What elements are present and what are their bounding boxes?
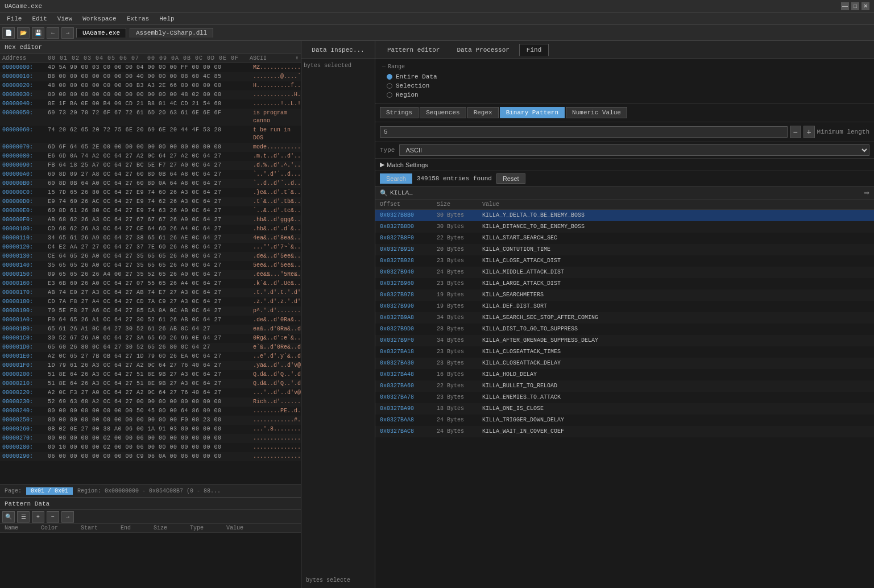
pattern-export-btn[interactable]: →: [61, 511, 74, 523]
table-row[interactable]: 0x0327B9F034 BytesKILLA_AFTER_GRENADE_SU…: [375, 335, 874, 346]
hex-row[interactable]: 00000090:FB 64 18 25 A7 0C 64 27 BC 5E F…: [0, 161, 301, 170]
hex-row[interactable]: 000001F0:1D 79 61 26 A3 0C 64 27 A2 0C 6…: [0, 361, 301, 370]
filter-action-btn[interactable]: ⇒: [864, 189, 869, 197]
table-row[interactable]: 0x0327B8B030 BytesKILLA_Y_DELTA_TO_BE_EN…: [375, 210, 874, 221]
minimize-button[interactable]: —: [841, 2, 849, 10]
menu-workspace[interactable]: Workspace: [78, 14, 121, 23]
hex-row[interactable]: 00000160:E3 6B 60 26 A0 0C 64 27 07 55 6…: [0, 279, 301, 288]
toolbar-open-btn[interactable]: 📂: [17, 27, 30, 39]
hex-row[interactable]: 00000060:74 20 62 65 20 72 75 6E 20 69 6…: [0, 126, 301, 143]
hex-row[interactable]: 00000120:C4 E2 AA 27 27 0C 64 27 37 7E 6…: [0, 243, 301, 252]
table-row[interactable]: 0x0327BAC824 BytesKILLA_WAIT_IN_COVER_CO…: [375, 426, 874, 437]
radio-region[interactable]: Region: [387, 92, 867, 98]
hex-row[interactable]: 00000230:52 69 63 68 A2 0C 64 27 00 00 0…: [0, 397, 301, 407]
table-row[interactable]: 0x0327B96023 BytesKILLA_LARGE_ATTACK_DIS…: [375, 278, 874, 289]
hex-row[interactable]: 000000A0:60 8D 09 27 A8 0C 64 27 60 8D 0…: [0, 170, 301, 179]
hex-row[interactable]: 000000B0:60 8D 0B 64 A0 0C 64 27 60 8D 0…: [0, 179, 301, 188]
hex-row[interactable]: 00000270:00 00 00 00 00 02 00 00 06 00 0…: [0, 434, 301, 443]
filter-input[interactable]: [390, 189, 861, 196]
hex-row[interactable]: 00000110:34 65 61 26 A9 0C 64 27 38 65 6…: [0, 234, 301, 243]
hex-rows[interactable]: 00000000:4D 5A 90 00 03 00 00 00 04 00 0…: [0, 63, 301, 485]
hex-row[interactable]: 000001C0:30 52 67 26 A0 0C 64 27 3A 65 6…: [0, 334, 301, 343]
search-tab-regex[interactable]: Regex: [467, 107, 499, 118]
table-row[interactable]: 0x0327BA9018 BytesKILLA_ONE_IS_CLOSE: [375, 403, 874, 415]
table-row[interactable]: 0x0327B91020 BytesKILLA_CONTUTION_TIME: [375, 244, 874, 255]
hex-row[interactable]: 00000130:CE 64 65 26 A0 0C 64 27 35 65 6…: [0, 252, 301, 261]
table-row[interactable]: 0x0327B99019 BytesKILLA_DEF_DIST_SORT: [375, 301, 874, 312]
table-row[interactable]: 0x0327BA7823 BytesKILLA_ENEMIES_TO_ATTAC…: [375, 392, 874, 403]
search-tab-sequences[interactable]: Sequences: [420, 107, 466, 118]
table-row[interactable]: 0x0327B9A834 BytesKILLA_SEARCH_SEC_STOP_…: [375, 312, 874, 324]
hex-row[interactable]: 00000240:00 00 00 00 00 00 00 00 50 45 0…: [0, 407, 301, 416]
hex-row[interactable]: 00000190:70 5E F8 27 A6 0C 64 27 85 CA 0…: [0, 307, 301, 316]
hex-row[interactable]: 00000080:E6 6D 0A 74 A2 0C 64 27 A2 0C 6…: [0, 152, 301, 161]
menu-help[interactable]: Help: [155, 14, 179, 23]
hex-row[interactable]: 00000260:0B 02 0E 27 00 38 A0 06 00 1A 9…: [0, 425, 301, 434]
close-button[interactable]: ✕: [861, 2, 869, 10]
pattern-del-btn[interactable]: −: [47, 511, 59, 523]
hex-row[interactable]: 00000200:51 8E 64 26 A3 0C 64 27 51 8E 9…: [0, 370, 301, 379]
hex-row[interactable]: 000001A0:F9 64 65 26 A1 0C 64 27 30 52 6…: [0, 316, 301, 325]
reset-button[interactable]: Reset: [496, 173, 525, 184]
maximize-button[interactable]: □: [851, 2, 859, 10]
toolbar-back-btn[interactable]: ←: [47, 27, 59, 39]
radio-entire-data[interactable]: Entire Data: [387, 73, 867, 80]
pattern-list-btn[interactable]: ☰: [17, 511, 30, 523]
menu-file[interactable]: File: [2, 14, 26, 23]
menu-edit[interactable]: Edit: [27, 14, 51, 23]
hex-row[interactable]: 00000100:CD 68 62 26 A3 0C 64 27 CE 64 6…: [0, 225, 301, 234]
toolbar-tab-assembly[interactable]: Assembly-CSharp.dll: [130, 28, 213, 38]
menu-view[interactable]: View: [53, 14, 77, 23]
table-row[interactable]: 0x0327BA6022 BytesKILLA_BULLET_TO_RELOAD: [375, 380, 874, 392]
radio-selection[interactable]: Selection: [387, 82, 867, 89]
table-row[interactable]: 0x0327B8D030 BytesKILLA_DITANCE_TO_BE_EN…: [375, 221, 874, 233]
table-row[interactable]: 0x0327B8F022 BytesKILLA_START_SEARCH_SEC: [375, 233, 874, 244]
hex-row[interactable]: 00000210:51 8E 64 26 A3 0C 64 27 51 8E 9…: [0, 379, 301, 388]
hex-row[interactable]: 00000070:6D 6F 64 65 2E 00 00 00 00 00 0…: [0, 143, 301, 152]
hex-row[interactable]: 00000000:4D 5A 90 00 03 00 00 00 04 00 0…: [0, 63, 301, 72]
hex-row[interactable]: 000001E0:A2 0C 65 27 7B 0B 64 27 1D 79 6…: [0, 352, 301, 361]
hex-row[interactable]: 000000F0:AB 68 62 26 A3 0C 64 27 67 67 6…: [0, 216, 301, 225]
hex-row[interactable]: 000001B0:65 61 26 A1 0C 64 27 30 52 61 2…: [0, 325, 301, 334]
tab-data-processor[interactable]: Data Processor: [449, 44, 516, 56]
hex-row[interactable]: 00000170:AB 74 E0 27 A3 0C 64 27 AB 74 E…: [0, 288, 301, 297]
hex-row[interactable]: 000001D0:65 60 26 80 0C 64 27 30 52 65 2…: [0, 343, 301, 352]
hex-row[interactable]: 00000140:35 65 65 26 A0 0C 64 27 35 65 6…: [0, 261, 301, 270]
search-plus-btn[interactable]: +: [803, 126, 815, 138]
type-select[interactable]: ASCII UTF-8 UTF-16: [399, 144, 869, 156]
search-tab-numeric[interactable]: Numeric Value: [566, 107, 627, 118]
scroll-btn[interactable]: ⬆: [295, 55, 299, 61]
menu-extras[interactable]: Extras: [122, 14, 154, 23]
search-button[interactable]: Search: [380, 173, 412, 184]
table-row[interactable]: 0x0327BA1823 BytesKILLA_CLOSEATTACK_TIME…: [375, 346, 874, 358]
search-input[interactable]: [380, 126, 788, 138]
hex-row[interactable]: 00000040:0E 1F BA 0E 00 B4 09 CD 21 B8 0…: [0, 100, 301, 109]
toolbar-new-btn[interactable]: 📄: [2, 27, 15, 39]
tab-pattern-editor[interactable]: Pattern editor: [380, 44, 447, 56]
hex-row[interactable]: 00000220:A2 0C F3 27 A0 0C 64 27 A2 0C 6…: [0, 388, 301, 397]
pattern-filter-btn[interactable]: 🔍: [2, 511, 15, 523]
search-tab-binary[interactable]: Binary Pattern: [500, 107, 565, 118]
search-minus-btn[interactable]: −: [790, 126, 801, 138]
hex-row[interactable]: 00000050:69 73 20 70 72 6F 67 72 61 6D 2…: [0, 109, 301, 126]
pattern-add-btn[interactable]: +: [32, 511, 44, 523]
hex-row[interactable]: 00000010:B8 00 00 00 00 00 00 00 40 00 0…: [0, 72, 301, 81]
hex-row[interactable]: 00000180:CD 7A F8 27 A4 0C 64 27 CD 7A C…: [0, 297, 301, 307]
table-row[interactable]: 0x0327B97819 BytesKILLA_SEARCHMETERS: [375, 289, 874, 301]
data-inspector-tab[interactable]: Data Inspec...: [301, 41, 375, 59]
tab-find[interactable]: Find: [519, 44, 549, 56]
table-row[interactable]: 0x0327B94024 BytesKILLA_MIDDLE_ATTACK_DI…: [375, 267, 874, 278]
hex-row[interactable]: 00000280:00 10 00 00 00 02 00 00 06 00 0…: [0, 443, 301, 452]
table-row[interactable]: 0x0327B9D028 BytesKILLA_DIST_TO_GO_TO_SU…: [375, 324, 874, 335]
hex-row[interactable]: 00000020:48 00 00 00 00 00 00 00 B3 A3 2…: [0, 81, 301, 90]
hex-row[interactable]: 00000250:00 00 00 00 00 00 00 00 00 00 0…: [0, 416, 301, 425]
hex-row[interactable]: 00000290:06 00 00 00 00 00 00 00 C9 06 0…: [0, 452, 301, 461]
hex-row[interactable]: 00000030:00 00 00 00 00 00 00 00 00 00 0…: [0, 90, 301, 100]
hex-row[interactable]: 000000D0:E9 74 60 26 AC 0C 64 27 E9 74 6…: [0, 197, 301, 206]
table-row[interactable]: 0x0327BA4816 BytesKILLA_HOLD_DELAY: [375, 369, 874, 380]
hex-row[interactable]: 00000150:09 65 65 26 26 A4 00 27 35 52 6…: [0, 270, 301, 279]
table-row[interactable]: 0x0327B92823 BytesKILLA_CLOSE_ATTACK_DIS…: [375, 255, 874, 267]
hex-row[interactable]: 000000C0:15 7D 65 26 80 0C 64 27 E9 74 6…: [0, 188, 301, 197]
toolbar-tab-uagame[interactable]: UAGame.exe: [76, 28, 126, 38]
hex-row[interactable]: 000000E0:60 8D 61 26 80 0C 64 27 E9 74 6…: [0, 206, 301, 216]
